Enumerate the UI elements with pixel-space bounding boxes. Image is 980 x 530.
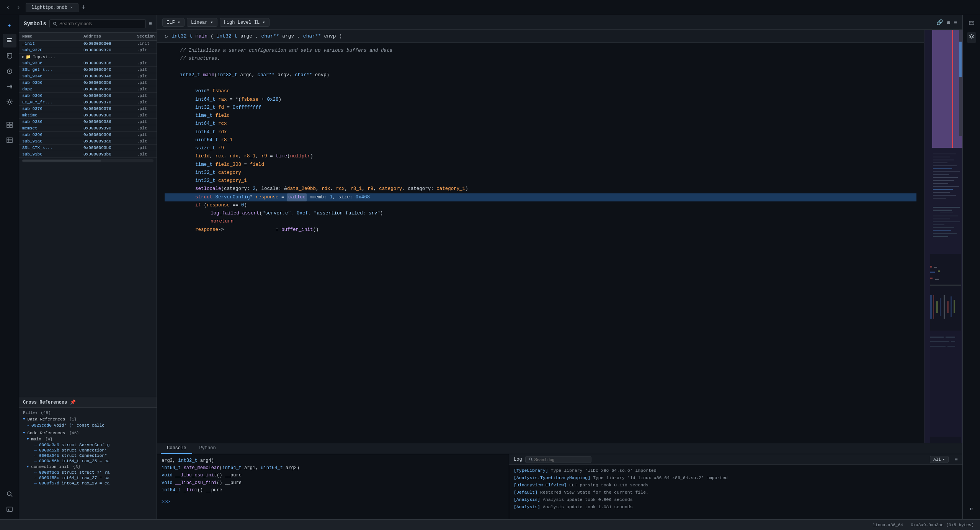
log-title: Log [514, 457, 522, 462]
log-pane: Log All ▾ ≡ [509, 454, 962, 519]
hlil-dropdown[interactable]: High Level IL ▾ [220, 18, 270, 27]
symbol-row[interactable]: EC_KEY_fr... 0x000009370 .plt [19, 99, 157, 106]
log-filter-dropdown[interactable]: All ▾ [930, 456, 948, 463]
code-refs-header[interactable]: ▼ Code References {46} [19, 430, 157, 436]
svg-rect-24 [933, 157, 950, 157]
data-ref-item[interactable]: → 0023cdd0 void* (* const callo [19, 422, 157, 429]
svg-rect-30 [933, 174, 949, 175]
refresh-icon[interactable]: ↻ [165, 33, 168, 39]
symbol-row[interactable]: mktime 0x000009380 .plt [19, 112, 157, 119]
svg-rect-54 [938, 270, 940, 272]
xref-conn-item[interactable]: ← 0000f3d3 struct struct_7* ra [23, 470, 157, 475]
data-refs-header[interactable]: ▼ Data References {1} [19, 416, 157, 422]
sidebar: Symbols ≡ Name Address Section _init 0x0… [19, 15, 157, 519]
symbol-row[interactable]: sub_93a6 0x0000093a6 .plt [19, 138, 157, 145]
tab-lighttpd[interactable]: lighttpd.bndb × [26, 3, 78, 12]
activity-settings[interactable] [3, 95, 16, 109]
symbol-folder-row[interactable]: ▶ 📁 Tcp-st... [19, 54, 157, 60]
right-icon-layers[interactable] [967, 32, 976, 43]
log-entry: [BinaryView.ElfView] ELF parsing took 0.… [514, 482, 958, 489]
cross-ref-panel: Cross References 📌 Filter (48) ▼ Data Re… [19, 397, 157, 519]
activity-home[interactable]: ✦ [3, 18, 16, 32]
symbol-row[interactable]: sub_9366 0x000009366 .plt [19, 93, 157, 99]
chevron-down-icon: ▾ [942, 457, 945, 462]
code-line [165, 63, 916, 71]
linear-dropdown[interactable]: Linear ▾ [187, 18, 217, 27]
svg-rect-41 [940, 213, 953, 213]
xref-arrow-icon: ← [34, 481, 37, 486]
symbol-row[interactable]: sub_9396 0x000009396 .plt [19, 132, 157, 138]
columns-icon[interactable]: ⊞ [947, 19, 950, 26]
xref-arrow-icon: → [27, 424, 29, 428]
code-line: time_t field [165, 112, 916, 120]
svg-rect-26 [933, 163, 947, 164]
activity-nav[interactable] [3, 64, 16, 78]
svg-rect-72 [947, 346, 955, 347]
activity-search[interactable] [3, 487, 16, 501]
activity-xref[interactable] [3, 80, 16, 93]
symbol-row[interactable]: SSL_CTX_s... 0x0000093b0 .plt [19, 145, 157, 151]
symbol-row[interactable]: sub_93b6 0x0000093b6 .plt [19, 151, 157, 158]
activity-list[interactable] [3, 133, 16, 147]
filter-line[interactable]: Filter (48) [19, 409, 157, 416]
bottom-panel: Console Python arg3, int32_t arg4) int64… [157, 443, 962, 519]
xref-conn-item[interactable]: ← 0000f55c int64_t rax_27 = ca [23, 475, 157, 481]
symbol-row[interactable]: SSL_get_s... 0x000009340 .plt [19, 67, 157, 73]
search-symbols-input[interactable] [59, 21, 142, 26]
symbol-row[interactable]: sub_9386 0x000009386 .plt [19, 119, 157, 125]
svg-marker-3 [7, 54, 12, 59]
console-line: int64_t safe_memclear(int64_t arg1, uint… [162, 465, 504, 472]
svg-rect-47 [933, 231, 951, 231]
svg-rect-2 [7, 41, 11, 42]
activity-terminal[interactable] [3, 502, 16, 516]
add-tab-button[interactable]: + [82, 4, 86, 11]
symbol-row[interactable]: sub_9376 0x000009376 .plt [19, 106, 157, 112]
sidebar-menu-button[interactable]: ≡ [149, 21, 152, 27]
xref-arrow-icon: ← [34, 448, 37, 453]
code-line: void* fsbase [165, 87, 916, 95]
activity-tags[interactable] [3, 49, 16, 63]
symbol-row[interactable]: sub_9336 0x000009336 .plt [19, 60, 157, 67]
log-menu-button[interactable]: ≡ [955, 456, 958, 463]
code-line-highlighted[interactable]: struct ServerConfig* response = calloc n… [165, 193, 916, 201]
log-search-input[interactable] [534, 457, 588, 462]
tab-python[interactable]: Python [193, 443, 222, 454]
menu-icon[interactable]: ≡ [954, 20, 957, 26]
log-search-container[interactable] [525, 456, 591, 463]
xref-main-item[interactable]: ← 0000a3a9 struct ServerConfig [23, 442, 157, 448]
tab-close-button[interactable]: × [70, 6, 73, 10]
svg-point-4 [8, 55, 9, 56]
svg-rect-62 [944, 295, 945, 319]
code-line: int32_t category_1 [165, 177, 916, 185]
symbol-row[interactable]: sub_9346 0x000009346 .plt [19, 73, 157, 80]
symbol-row[interactable]: sub_9320 0x000009320 .plt [19, 47, 157, 54]
symbol-row[interactable]: dup2 0x000009360 .plt [19, 86, 157, 93]
main-xref-header[interactable]: ▼ main {4} [23, 436, 157, 442]
pin-icon[interactable]: 📌 [70, 399, 76, 405]
symbol-row[interactable]: _init 0x000009308 .init [19, 41, 157, 47]
console-prompt: >>> [162, 499, 170, 506]
right-icon-quote[interactable]: " [968, 505, 975, 516]
activity-symbols[interactable] [3, 34, 16, 47]
right-icon-variables[interactable] [967, 18, 976, 29]
xref-main-item[interactable]: ← 0000a52b struct Connection* [23, 448, 157, 453]
code-line: setlocale(category: 2, locale: &data_2e0… [165, 185, 916, 193]
forward-button[interactable]: › [15, 3, 23, 12]
xref-main-item[interactable]: ← 0000a56b int64_t rax_25 = ca [23, 458, 157, 464]
activity-grid[interactable] [3, 118, 16, 132]
link-icon[interactable]: 🔗 [936, 19, 943, 26]
code-content: // Initializes a server configuration an… [157, 43, 924, 443]
xref-conn-item[interactable]: ← 0000f57d int64_t rax_29 = ca [23, 481, 157, 486]
elf-dropdown[interactable]: ELF ▾ [162, 18, 185, 27]
search-container[interactable] [49, 19, 146, 28]
tab-console[interactable]: Console [161, 443, 192, 454]
connection-init-xref-header[interactable]: ▼ connection_init {3} [23, 464, 157, 470]
symbol-row[interactable]: sub_9356 0x000009356 .plt [19, 80, 157, 86]
toolbar: ELF ▾ Linear ▾ High Level IL ▾ 🔗 ⊞ ≡ [157, 15, 962, 30]
center-area: ELF ▾ Linear ▾ High Level IL ▾ 🔗 ⊞ ≡ ↻ i… [157, 15, 962, 519]
svg-rect-36 [933, 192, 950, 193]
symbol-row[interactable]: memset 0x000009390 .plt [19, 125, 157, 132]
xref-main-item[interactable]: ← 0000a54b struct Connection* [23, 453, 157, 458]
log-header: Log All ▾ ≡ [509, 454, 962, 465]
back-button[interactable]: ‹ [4, 3, 12, 12]
